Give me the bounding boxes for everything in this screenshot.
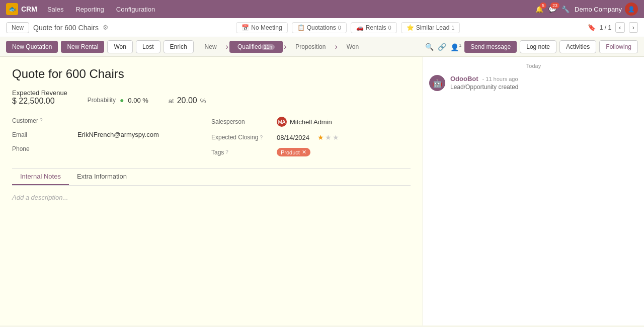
stage-arrow-2: › [284,42,286,51]
star-2[interactable]: ★ [325,133,332,141]
expected-closing-field-row: Expected Closing ? 08/14/2024 ★ ★ ★ [211,130,411,145]
no-meeting-button[interactable]: 📅 No Meeting [236,22,287,33]
stage-new[interactable]: New [197,41,225,53]
chat-badge: 23 [550,3,559,9]
breadcrumb-center: 📅 No Meeting 📋 Quotations 0 🚗 Rentals 0 … [236,22,460,33]
notification-bell[interactable]: 🔔5 [535,6,543,13]
toolbar-icons: 🔍 🔗 👤1 [425,43,461,51]
quotations-count: 0 [338,25,341,31]
stage-proposition[interactable]: Proposition [287,41,334,53]
quotations-button[interactable]: 📋 Quotations 0 [292,22,347,33]
notification-chat[interactable]: 💬23 [548,6,556,13]
brand[interactable]: 🐟 CRM [6,3,37,15]
no-meeting-label: No Meeting [251,24,282,31]
fields-left: Customer ? Email Phone [12,114,211,160]
similar-lead-label: Similar Lead [416,24,450,31]
breadcrumb-new-button[interactable]: New [6,22,29,33]
send-message-button[interactable]: Send message [464,41,517,53]
nav-right: 🔔5 💬23 🔧 Demo Company 👤 [535,3,638,16]
star-1[interactable]: ★ [317,133,324,141]
tags-label: Tags ? [211,149,277,156]
rentals-button[interactable]: 🚗 Rentals 0 [351,22,397,33]
activities-button[interactable]: Activities [559,40,596,53]
stage-qualified-label: Qualified [237,43,261,50]
form-title: Quote for 600 Chairs [12,67,411,81]
right-panel: Today 🤖 OdooBot - 11 hours ago Lead/Oppo… [423,57,644,325]
tabs-header: Internal Notes Extra Information [12,169,411,186]
tag-product-label: Product [281,149,300,155]
tabs-section: Internal Notes Extra Information Add a d… [12,168,411,246]
stage-bar: New › Qualified 11h › Proposition › Won [197,41,367,53]
email-value[interactable] [77,131,211,138]
quotations-label: Quotations [307,24,336,31]
revenue-group: Expected Revenue $ 22,500.00 [12,89,67,106]
calendar-icon: 📅 [242,24,249,31]
action-bar-right: 🔍 🔗 👤1 Send message Log note Activities … [425,40,638,53]
log-note-button[interactable]: Log note [520,40,556,53]
action-bar-left: New Quotation New Rental Won Lost Enrich… [6,40,367,53]
user-toolbar-icon[interactable]: 👤1 [450,43,461,51]
tags-field-row: Tags ? Product ✕ [211,145,411,160]
tag-product-close[interactable]: ✕ [302,149,306,155]
following-button[interactable]: Following [599,40,638,53]
salesperson-field-row: Salesperson MA Mitchell Admin [211,114,411,130]
new-rental-button[interactable]: New Rental [61,41,104,53]
link-toolbar-icon[interactable]: 🔗 [438,43,446,51]
expected-closing-value[interactable]: 08/14/2024 ★ ★ ★ [277,133,411,141]
lost-button[interactable]: Lost [136,40,160,53]
at-label: at [169,97,174,105]
pagination: 1 / 1 [600,24,611,31]
star-3[interactable]: ★ [333,133,339,141]
tab-extra-information[interactable]: Extra Information [69,169,135,185]
pagination-next[interactable]: › [629,22,638,33]
email-input[interactable] [77,131,211,138]
stage-qualified[interactable]: Qualified 11h [229,41,283,53]
salesperson-label: Salesperson [211,118,277,125]
chat-header: OdooBot - 11 hours ago [450,75,638,83]
similar-lead-button[interactable]: ⭐ Similar Lead 1 [401,22,460,33]
prob-manual-value[interactable]: 20.00 [177,96,197,105]
percent-symbol: % [200,97,206,105]
similar-lead-count: 1 [451,25,454,31]
tags-value: Product ✕ [277,148,411,156]
quotations-icon: 📋 [297,24,305,31]
tab-internal-notes[interactable]: Internal Notes [12,169,69,185]
tab-placeholder[interactable]: Add a description... [12,194,68,201]
expected-closing-help: ? [260,135,263,140]
stage-arrow-1: › [226,42,228,51]
rentals-count: 0 [388,25,391,31]
stage-won[interactable]: Won [339,41,367,53]
bot-name: OdooBot [450,75,478,83]
phone-label: Phone [12,145,77,152]
fields-right: Salesperson MA Mitchell Admin Expected C… [211,114,411,160]
stage-proposition-label: Proposition [295,43,326,50]
customer-input[interactable] [77,117,211,124]
rentals-label: Rentals [366,24,386,31]
enrich-button[interactable]: Enrich [164,40,194,53]
phone-input[interactable] [77,145,211,152]
won-button[interactable]: Won [107,40,132,53]
bot-avatar: 🤖 [429,75,445,91]
customer-value[interactable] [77,117,211,124]
search-toolbar-icon[interactable]: 🔍 [425,43,434,51]
nav-configuration[interactable]: Configuration [114,5,157,14]
email-field-row: Email [12,128,211,142]
nav-reporting[interactable]: Reporting [73,5,106,14]
pagination-prev[interactable]: ‹ [615,22,624,33]
probability-label: Probability [88,97,116,104]
settings-gear-icon[interactable]: ⚙ [103,24,109,31]
bell-badge: 5 [540,3,546,9]
expected-revenue-value[interactable]: $ 22,500.00 [12,97,67,106]
phone-value[interactable] [77,145,211,152]
bookmark-icon[interactable]: 🔖 [588,24,596,31]
user-company[interactable]: Demo Company 👤 [575,3,638,16]
phone-field-row: Phone [12,142,211,156]
salesperson-avatar: MA [277,117,287,127]
new-quotation-button[interactable]: New Quotation [6,41,58,53]
settings-icon[interactable]: 🔧 [561,6,570,13]
fields-grid: Customer ? Email Phone [12,114,411,160]
nav-sales[interactable]: Sales [45,5,66,14]
breadcrumb-bar: New Quote for 600 Chairs ⚙ 📅 No Meeting … [0,18,644,37]
rentals-icon: 🚗 [356,24,364,31]
expected-revenue-label: Expected Revenue [12,89,67,97]
